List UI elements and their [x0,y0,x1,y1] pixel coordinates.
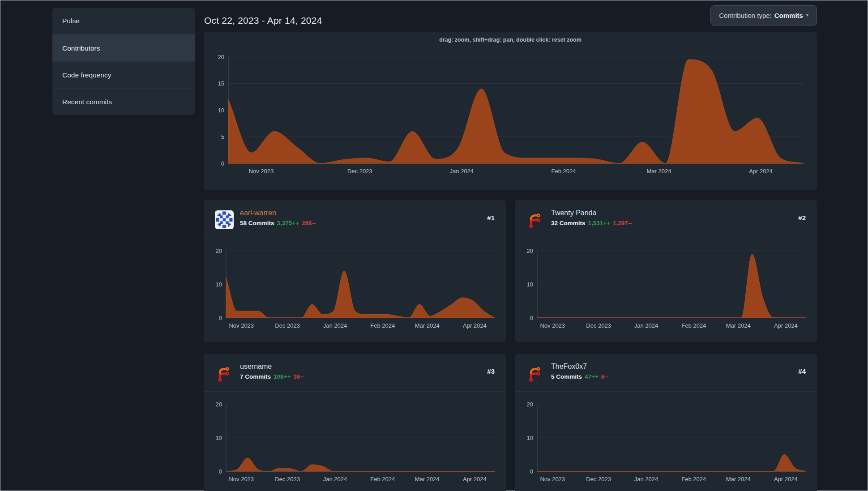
svg-text:10: 10 [216,435,222,441]
sidebar-item-label: Pulse [62,17,80,25]
svg-text:10: 10 [527,435,533,441]
additions-count: 1,531++ [588,220,611,226]
contributor-chart[interactable]: 01020Nov 2023Dec 2023Jan 2024Feb 2024Mar… [515,391,817,491]
commit-count: 32 Commits [551,220,586,226]
svg-text:Jan 2024: Jan 2024 [450,168,474,175]
svg-text:20: 20 [527,248,533,254]
svg-text:Feb 2024: Feb 2024 [552,168,576,175]
svg-text:Apr 2024: Apr 2024 [749,168,773,175]
svg-text:10: 10 [218,107,224,114]
chevron-down-icon: ▾ [806,13,808,17]
additions-count: 108++ [274,373,291,380]
svg-text:Nov 2023: Nov 2023 [229,476,254,482]
contributor-card: username 7 Commits108++36-- #3 01020Nov … [204,354,506,491]
contributor-card: earl-warren 58 Commits3,375++286-- #1 01… [204,200,506,342]
rank-badge: #3 [487,367,495,375]
svg-text:Nov 2023: Nov 2023 [540,322,565,329]
sidebar-item-code-frequency[interactable]: Code frequency [52,61,195,88]
rank-badge: #4 [798,367,806,375]
sidebar-item-recent-commits[interactable]: Recent commits [52,88,195,115]
contributors-page: { "sidebar": { "items": [ { "label": "Pu… [0,0,868,491]
rank-badge: #1 [487,214,495,222]
svg-text:Apr 2024: Apr 2024 [463,476,487,482]
svg-text:Dec 2023: Dec 2023 [347,168,372,175]
svg-text:20: 20 [216,248,222,254]
sidebar-item-label: Code frequency [62,71,111,79]
svg-text:Feb 2024: Feb 2024 [370,476,395,482]
contributor-chart[interactable]: 01020Nov 2023Dec 2023Jan 2024Feb 2024Mar… [204,238,506,342]
svg-text:5: 5 [221,133,224,140]
svg-text:Feb 2024: Feb 2024 [370,322,395,329]
contribution-type-label: Contribution type: [719,12,772,19]
contribution-type-value: Commits [774,12,803,19]
sidebar-item-pulse[interactable]: Pulse [52,8,195,34]
svg-text:Jan 2024: Jan 2024 [323,322,347,329]
svg-text:20: 20 [527,401,533,408]
contributor-stats: 32 Commits1,531++1,297-- [551,220,632,226]
contributor-chart[interactable]: 01020Nov 2023Dec 2023Jan 2024Feb 2024Mar… [515,238,817,342]
additions-count: 3,375++ [277,220,299,226]
svg-text:20: 20 [216,401,222,408]
deletions-count: 6-- [601,373,609,380]
svg-text:Mar 2024: Mar 2024 [415,322,440,329]
svg-text:Mar 2024: Mar 2024 [646,168,671,175]
contributor-card: Twenty Panda 32 Commits1,531++1,297-- #2… [515,200,817,342]
main-activity-chart[interactable]: 05101520Nov 2023Dec 2023Jan 2024Feb 2024… [204,32,817,190]
contributor-stats: 5 Commits47++6-- [551,373,608,380]
svg-text:Dec 2023: Dec 2023 [586,476,611,482]
svg-text:Jan 2024: Jan 2024 [634,476,658,482]
svg-text:20: 20 [218,54,224,60]
svg-text:Nov 2023: Nov 2023 [249,168,274,175]
commit-count: 58 Commits [240,220,274,226]
repo-activity-menu: Pulse Contributors Code frequency Recent… [52,8,195,115]
svg-text:Dec 2023: Dec 2023 [275,322,300,329]
date-range-title: Oct 22, 2023 - Apr 14, 2024 [204,15,322,26]
svg-text:Apr 2024: Apr 2024 [774,322,798,329]
svg-text:Jan 2024: Jan 2024 [634,322,658,329]
sidebar-item-contributors[interactable]: Contributors [52,34,195,61]
contributor-name-link[interactable]: earl-warren [240,209,276,217]
contributor-chart[interactable]: 01020Nov 2023Dec 2023Jan 2024Feb 2024Mar… [204,391,506,491]
svg-text:10: 10 [527,281,533,288]
commit-count: 7 Commits [240,373,271,380]
identicon-avatar [215,210,234,229]
additions-count: 47++ [585,373,599,380]
svg-text:Feb 2024: Feb 2024 [681,322,706,329]
rank-badge: #2 [798,214,806,222]
deletions-count: 1,297-- [613,220,632,226]
contributor-stats: 58 Commits3,375++286-- [240,220,316,226]
svg-text:0: 0 [219,315,222,321]
contributor-name: Twenty Panda [551,209,596,217]
contributor-name: username [240,363,272,371]
commit-count: 5 Commits [551,373,582,380]
svg-text:Jan 2024: Jan 2024 [323,476,347,482]
svg-text:Nov 2023: Nov 2023 [540,476,565,482]
contributor-card: TheFox0x7 5 Commits47++6-- #4 01020Nov 2… [515,354,817,491]
svg-text:0: 0 [530,315,533,321]
svg-text:0: 0 [530,468,533,475]
sidebar-item-label: Recent commits [62,98,112,106]
main-activity-panel: drag: zoom, shift+drag: pan, double clic… [204,32,817,190]
svg-text:0: 0 [221,160,224,167]
contribution-type-dropdown[interactable]: Contribution type: Commits ▾ [710,5,817,26]
forgejo-logo-avatar [526,364,545,383]
svg-text:Mar 2024: Mar 2024 [726,322,751,329]
svg-text:Nov 2023: Nov 2023 [229,322,254,329]
svg-text:Apr 2024: Apr 2024 [463,322,487,329]
svg-text:Feb 2024: Feb 2024 [681,476,706,482]
contributor-name: TheFox0x7 [551,363,587,371]
svg-text:Dec 2023: Dec 2023 [586,322,611,329]
svg-text:Mar 2024: Mar 2024 [726,476,751,482]
forgejo-logo-avatar [526,210,545,229]
svg-text:15: 15 [218,80,224,87]
svg-text:Mar 2024: Mar 2024 [415,476,440,482]
contributor-stats: 7 Commits108++36-- [240,373,304,380]
forgejo-logo-avatar [215,364,234,383]
svg-text:10: 10 [216,281,222,288]
svg-text:Dec 2023: Dec 2023 [275,476,300,482]
deletions-count: 36-- [293,373,304,380]
sidebar-item-label: Contributors [62,44,100,52]
deletions-count: 286-- [302,220,316,226]
svg-text:Apr 2024: Apr 2024 [774,476,798,482]
svg-text:0: 0 [219,468,222,475]
